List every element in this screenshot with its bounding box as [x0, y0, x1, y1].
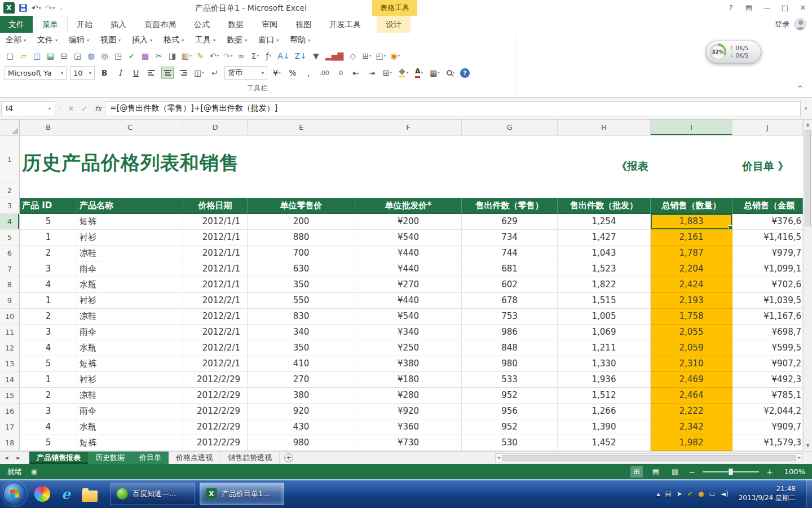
tab-page-layout[interactable]: 页面布局 — [135, 16, 185, 33]
show-hidden-icons[interactable]: ▴ — [656, 490, 660, 498]
row-header-8[interactable]: 8 — [0, 277, 20, 293]
page-layout-view-button[interactable]: ▤ — [650, 466, 662, 478]
cell-F17[interactable]: ¥360 — [355, 419, 462, 435]
table-header-E3[interactable]: 单位零售价 — [248, 198, 355, 214]
redo-icon[interactable]: ↷▾ — [222, 50, 233, 62]
taskbar-clock[interactable]: 21:48 2013/9/24 星期二 — [734, 485, 801, 502]
cell-E4[interactable]: 200 — [248, 214, 355, 230]
insert-function-button[interactable]: fx — [91, 104, 105, 113]
scroll-down-icon[interactable]: ▼ — [806, 443, 809, 449]
excel-logo-icon[interactable]: X — [3, 2, 15, 14]
chart-icon[interactable]: ▂▅▇ — [324, 50, 345, 62]
cell-C17[interactable]: 水瓶 — [77, 419, 183, 435]
macro-record-icon[interactable]: ▣ — [31, 468, 37, 475]
cell-F15[interactable]: ¥280 — [355, 388, 462, 404]
pinned-browser-icon[interactable] — [34, 486, 50, 502]
bold-button[interactable]: B — [98, 67, 111, 79]
cell-G16[interactable]: 956 — [462, 404, 558, 419]
cell-E12[interactable]: 350 — [248, 340, 355, 356]
cell-D8[interactable]: 2012/1/1 — [183, 277, 248, 293]
row-header-13[interactable]: 13 — [0, 356, 20, 372]
tab-design[interactable]: 设计 — [377, 16, 411, 33]
cell-I18[interactable]: 1,982 — [651, 435, 732, 451]
cell-I13[interactable]: 2,310 — [651, 356, 732, 372]
cell-D4[interactable]: 2012/1/1 — [183, 214, 248, 230]
font-size-select[interactable]: 10▾ — [70, 66, 95, 80]
sheet-tab-price-list[interactable]: 价目单 — [132, 452, 169, 464]
menu-view[interactable]: 视图▾ — [100, 35, 121, 45]
cell-E18[interactable]: 980 — [248, 435, 355, 451]
customize-qat-button[interactable]: ⌄ — [60, 6, 64, 11]
cell-D11[interactable]: 2012/2/1 — [183, 325, 248, 340]
horizontal-scrollbar[interactable]: ◄ ► — [495, 453, 803, 462]
cell-C8[interactable]: 水瓶 — [77, 277, 183, 293]
row-header-4[interactable]: 4 — [0, 214, 20, 230]
tab-formulas[interactable]: 公式 — [185, 16, 219, 33]
cell-B5[interactable]: 1 — [20, 230, 77, 246]
row-header-11[interactable]: 11 — [0, 325, 20, 340]
cell-C10[interactable]: 凉鞋 — [77, 309, 183, 325]
cell-H16[interactable]: 1,266 — [558, 404, 651, 419]
cell-styles-button[interactable]: ▦▾ — [429, 67, 441, 79]
cell-J7[interactable]: ¥1,099,1 — [732, 261, 803, 277]
cell-J18[interactable]: ¥1,579,3 — [732, 435, 803, 451]
tab-review[interactable]: 审阅 — [253, 16, 286, 33]
column-header-G[interactable]: G — [462, 120, 558, 135]
security-icon[interactable]: ✔ — [687, 490, 693, 498]
cell-D17[interactable]: 2012/2/29 — [183, 419, 248, 435]
start-button[interactable] — [3, 483, 26, 505]
cell-J6[interactable]: ¥979,7 — [732, 246, 803, 261]
row-header-14[interactable]: 14 — [0, 372, 20, 388]
tab-insert[interactable]: 插入 — [102, 16, 135, 33]
cell-F12[interactable]: ¥250 — [355, 340, 462, 356]
cell-E2[interactable] — [248, 183, 355, 198]
cell-G9[interactable]: 678 — [462, 293, 558, 309]
cell-E13[interactable]: 410 — [248, 356, 355, 372]
cell-D18[interactable]: 2012/2/29 — [183, 435, 248, 451]
cell-I12[interactable]: 2,059 — [651, 340, 732, 356]
cell-D10[interactable]: 2012/2/1 — [183, 309, 248, 325]
vertical-scrollbar[interactable]: ▲ ▼ — [803, 120, 812, 451]
cell-E7[interactable]: 630 — [248, 261, 355, 277]
freeze-window-icon[interactable]: ◰▾ — [374, 50, 387, 62]
column-header-E[interactable]: E — [248, 120, 355, 135]
row-header-15[interactable]: 15 — [0, 388, 20, 404]
autosum-icon[interactable]: Σ▾ — [249, 50, 261, 62]
tab-menu[interactable]: 菜单 — [33, 16, 68, 33]
percent-style-button[interactable]: % — [286, 67, 299, 79]
expand-formula-bar-button[interactable]: ▾ — [801, 106, 811, 111]
cell-D5[interactable]: 2012/1/1 — [183, 230, 248, 246]
cell-C5[interactable]: 衬衫 — [77, 230, 183, 246]
cell-F2[interactable] — [355, 183, 462, 198]
cell-I9[interactable]: 2,193 — [651, 293, 732, 309]
paste-special-icon[interactable]: ◳ — [113, 50, 124, 62]
menu-help[interactable]: 帮助▾ — [290, 35, 310, 45]
theme-colors-icon[interactable]: ▩ — [140, 50, 151, 62]
zoom-level[interactable]: 100% — [780, 467, 805, 476]
user-avatar-icon[interactable] — [794, 18, 806, 30]
cell-H14[interactable]: 1,936 — [558, 372, 651, 388]
table-header-J3[interactable]: 总销售（金额 — [732, 198, 803, 214]
cell-B12[interactable]: 4 — [20, 340, 77, 356]
cell-F13[interactable]: ¥380 — [355, 356, 462, 372]
column-header-H[interactable]: H — [558, 120, 651, 135]
cell-J5[interactable]: ¥1,416,5 — [732, 230, 803, 246]
help-icon[interactable]: ? — [460, 68, 470, 78]
cell-J11[interactable]: ¥698,7 — [732, 325, 803, 340]
cell-G6[interactable]: 744 — [462, 246, 558, 261]
cell-B7[interactable]: 3 — [20, 261, 77, 277]
row-header-10[interactable]: 10 — [0, 309, 20, 325]
font-name-select[interactable]: Microsoft Ya▾ — [5, 66, 67, 80]
italic-button[interactable]: I — [114, 67, 126, 79]
paste-icon[interactable]: ▥▾ — [180, 50, 193, 62]
cell-I7[interactable]: 2,204 — [651, 261, 732, 277]
cell-G7[interactable]: 681 — [462, 261, 558, 277]
row-header-6[interactable]: 6 — [0, 246, 20, 261]
cell-J13[interactable]: ¥907,2 — [732, 356, 803, 372]
font-color-button[interactable]: A▾ — [413, 67, 425, 79]
internet-explorer-icon[interactable]: e — [58, 486, 74, 502]
export-excel-icon[interactable]: ▤ — [45, 50, 56, 62]
cell-I8[interactable]: 2,424 — [651, 277, 732, 293]
cell-G8[interactable]: 602 — [462, 277, 558, 293]
sheet-title[interactable]: 历史产品价格列表和销售 — [22, 150, 239, 176]
